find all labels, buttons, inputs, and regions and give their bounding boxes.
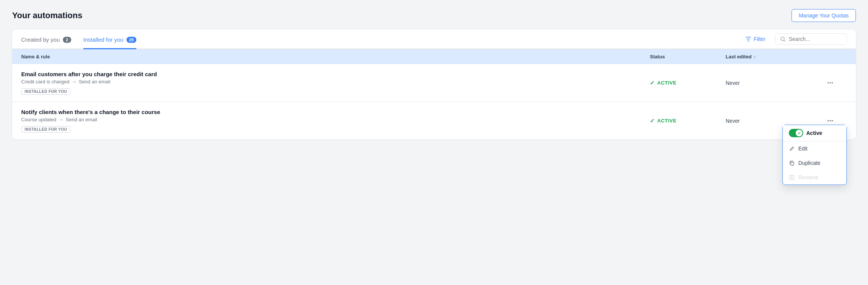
page-container: Your automations Manage Your Quotas Crea…: [0, 0, 868, 149]
row-2-arrow: →: [59, 117, 64, 122]
row-1-trigger: Credit card is charged: [21, 79, 69, 85]
dropdown-rename-item: Rename: [783, 170, 846, 185]
row-2-action: Send an email: [66, 117, 97, 122]
filter-icon: [745, 36, 751, 42]
tabs-row: Created by you 2 Installed for you 29 Fi…: [12, 30, 856, 49]
page-header: Your automations Manage Your Quotas: [12, 9, 856, 22]
toggle-wrap: ✓ Active: [789, 129, 822, 137]
row-1-name-col: Email customers after you charge their c…: [21, 71, 650, 95]
dropdown-active-label: Active: [806, 130, 822, 136]
toggle-check-icon: ✓: [798, 131, 801, 136]
dropdown-duplicate-label: Duplicate: [798, 160, 820, 166]
row-1-installed-badge: INSTALLED FOR YOU: [21, 88, 70, 95]
edit-icon: [789, 146, 795, 152]
toggle-knob: ✓: [796, 130, 802, 136]
row-2-installed-badge: INSTALLED FOR YOU: [21, 126, 70, 133]
main-card: Created by you 2 Installed for you 29 Fi…: [12, 30, 856, 139]
dropdown-edit-item[interactable]: Edit: [783, 141, 846, 156]
table-row: Email customers after you charge their c…: [12, 64, 856, 102]
col-last-edited: Last edited ↑: [726, 54, 824, 60]
filter-label: Filter: [754, 36, 765, 42]
row-1-arrow: →: [72, 79, 76, 85]
duplicate-icon: [789, 160, 795, 166]
search-box: [775, 33, 847, 45]
tabs-left: Created by you 2 Installed for you 29: [21, 30, 136, 49]
row-1-rule: Credit card is charged → Send an email: [21, 79, 650, 85]
row-2-name-col: Notify clients when there's a change to …: [21, 109, 650, 133]
tab-installed-for-you[interactable]: Installed for you 29: [83, 30, 136, 49]
row-1-name: Email customers after you charge their c…: [21, 71, 650, 77]
page-title: Your automations: [12, 11, 82, 20]
dropdown-rename-label: Rename: [798, 174, 818, 180]
row-2-status-label: ACTIVE: [657, 118, 677, 124]
tabs-right: Filter: [742, 33, 847, 45]
dropdown-active-item[interactable]: ✓ Active: [783, 125, 846, 141]
tab-created-by-you[interactable]: Created by you 2: [21, 30, 71, 49]
row-1-status-label: ACTIVE: [657, 80, 677, 86]
tab-created-by-you-label: Created by you: [21, 36, 60, 43]
tab-created-by-you-badge: 2: [63, 37, 71, 43]
rename-icon: [789, 175, 795, 180]
dropdown-menu: ✓ Active Edit: [782, 125, 847, 185]
svg-rect-1: [791, 162, 794, 165]
row-2-status: ✓ ACTIVE: [650, 117, 726, 124]
row-2-check-icon: ✓: [650, 117, 655, 124]
table-row: Notify clients when there's a change to …: [12, 102, 856, 139]
tab-installed-for-you-label: Installed for you: [83, 36, 123, 43]
row-1-check-icon: ✓: [650, 80, 655, 86]
dropdown-duplicate-item[interactable]: Duplicate: [783, 156, 846, 170]
row-2-name: Notify clients when there's a change to …: [21, 109, 650, 115]
col-name-rule: Name & rule: [21, 54, 650, 60]
search-input[interactable]: [789, 36, 842, 42]
col-actions: [824, 54, 847, 60]
table-header: Name & rule Status Last edited ↑: [12, 49, 856, 64]
row-2-last-edited: Never: [726, 118, 824, 124]
col-status: Status: [650, 54, 726, 60]
tab-installed-for-you-badge: 29: [126, 37, 136, 43]
row-1-more-button[interactable]: ···: [824, 77, 837, 89]
search-icon: [780, 36, 786, 42]
row-2-trigger: Course updated: [21, 117, 56, 122]
row-2-rule: Course updated → Send an email: [21, 117, 650, 122]
filter-button[interactable]: Filter: [742, 34, 769, 44]
sort-arrow-icon: ↑: [754, 54, 756, 60]
col-last-edited-label: Last edited: [726, 54, 752, 60]
active-toggle[interactable]: ✓: [789, 129, 803, 137]
row-1-status: ✓ ACTIVE: [650, 80, 726, 86]
row-1-actions: ···: [824, 77, 847, 89]
manage-quotas-button[interactable]: Manage Your Quotas: [792, 9, 856, 22]
row-1-last-edited: Never: [726, 80, 824, 86]
row-1-action: Send an email: [79, 79, 110, 85]
dropdown-edit-label: Edit: [798, 146, 807, 152]
